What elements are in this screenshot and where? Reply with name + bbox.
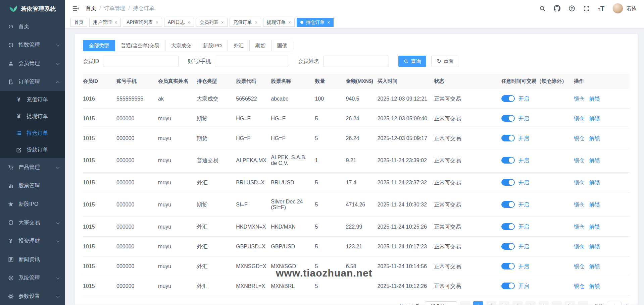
unlock-link[interactable]: 解锁	[589, 116, 600, 121]
unlock-link[interactable]: 解锁	[589, 96, 600, 102]
unlock-link[interactable]: 解锁	[589, 283, 600, 289]
sidebar-item[interactable]: 大宗交易	[0, 213, 65, 232]
table-row: 1015000000muyu外汇MXNBRL=XMXN/BRL52025-11-…	[83, 276, 630, 296]
lock-link[interactable]: 锁仓	[574, 158, 585, 163]
lock-link[interactable]: 锁仓	[574, 116, 585, 121]
sidebar-item[interactable]: ¥充值订单	[0, 91, 65, 108]
sidebar-item[interactable]: 股票管理	[0, 177, 65, 195]
sidebar-item[interactable]: 指数管理	[0, 36, 65, 54]
lock-link[interactable]: 锁仓	[574, 224, 585, 230]
help-icon[interactable]: ?	[568, 5, 575, 12]
lock-link[interactable]: 锁仓	[574, 135, 585, 141]
search-button[interactable]: 查询	[398, 56, 426, 67]
sidebar-item[interactable]: ¥提现订单	[0, 108, 65, 125]
sidebar-item[interactable]: 首页	[0, 17, 65, 36]
toggle-switch[interactable]	[501, 243, 515, 250]
unlock-link[interactable]: 解锁	[589, 158, 600, 163]
search-icon[interactable]	[539, 5, 546, 12]
github-icon[interactable]	[554, 5, 560, 12]
toggle-switch[interactable]	[501, 95, 515, 102]
unlock-link[interactable]: 解锁	[589, 202, 600, 207]
lock-link[interactable]: 锁仓	[574, 283, 585, 289]
toggle-switch[interactable]	[501, 179, 515, 186]
page-size-select[interactable]: 10条/页	[425, 301, 457, 305]
sidebar-item[interactable]: 会员管理	[0, 54, 65, 73]
close-icon[interactable]: ×	[188, 20, 190, 25]
column-header: 操作	[574, 74, 630, 89]
prev-page-button[interactable]: ‹	[460, 301, 470, 305]
lock-link[interactable]: 锁仓	[574, 263, 585, 269]
close-icon[interactable]: ×	[156, 20, 158, 25]
type-filter-tab[interactable]: 全部类型	[83, 40, 115, 51]
unlock-link[interactable]: 解锁	[589, 244, 600, 249]
cell-amount: 9.21	[346, 148, 377, 173]
tab-item[interactable]: 用户管理×	[89, 18, 121, 27]
sidebar-item[interactable]: 系统管理	[0, 269, 65, 287]
type-filter-tab[interactable]: 期货	[249, 40, 271, 51]
toggle-switch[interactable]	[501, 157, 515, 164]
toggle-switch[interactable]	[501, 115, 515, 122]
unlock-link[interactable]: 解锁	[589, 135, 600, 141]
close-icon[interactable]: ×	[255, 20, 257, 25]
close-icon[interactable]: ×	[221, 20, 224, 25]
ellipsis[interactable]: ···	[552, 301, 562, 305]
breadcrumb-item-home[interactable]: 首页	[86, 5, 96, 12]
page-button[interactable]: 3	[499, 301, 509, 305]
toggle-switch[interactable]	[501, 283, 515, 289]
lock-link[interactable]: 锁仓	[574, 180, 585, 185]
avatar[interactable]	[612, 3, 623, 14]
page-button[interactable]: 5	[526, 301, 536, 305]
sidebar-item[interactable]: 参数设置	[0, 287, 65, 305]
close-icon[interactable]: ×	[288, 20, 291, 25]
lock-link[interactable]: 锁仓	[574, 96, 585, 102]
breadcrumb-item-orders[interactable]: 订单管理	[104, 5, 125, 12]
page-button[interactable]: 1	[473, 301, 483, 305]
unlock-link[interactable]: 解锁	[589, 263, 600, 269]
type-filter-tab[interactable]: 普通(含空单)交易	[115, 40, 165, 51]
reset-button[interactable]: ↻ 重置	[431, 56, 459, 67]
goto-page-input[interactable]	[607, 302, 622, 305]
sidebar-item[interactable]: 贷款订单	[0, 141, 65, 158]
sidebar-toggle-icon[interactable]	[72, 6, 79, 11]
cell-amount: 26.24	[346, 128, 377, 148]
type-filter-tab[interactable]: 外汇	[228, 40, 250, 51]
toggle-switch[interactable]	[501, 135, 515, 141]
type-filter-tab[interactable]: 新股IPO	[197, 40, 228, 51]
account-input[interactable]	[215, 56, 288, 67]
lock-link[interactable]: 锁仓	[574, 202, 585, 207]
page-button[interactable]: 4	[512, 301, 523, 305]
sidebar-item[interactable]: 产品管理	[0, 158, 65, 177]
tab-item[interactable]: 会员列表×	[196, 18, 228, 27]
tab-item[interactable]: API日志×	[164, 18, 194, 27]
sidebar-item[interactable]: 新闻资讯	[0, 250, 65, 269]
toggle-switch[interactable]	[501, 263, 515, 269]
unlock-link[interactable]: 解锁	[589, 180, 600, 185]
page-button[interactable]: 6	[539, 301, 549, 305]
type-filter-tab[interactable]: 大宗成交	[165, 40, 197, 51]
next-page-button[interactable]: ›	[578, 301, 588, 305]
tab-item[interactable]: 首页	[70, 18, 87, 27]
toggle-switch[interactable]	[501, 201, 515, 208]
sidebar-item[interactable]: ¥投资理财	[0, 232, 65, 250]
toggle-switch[interactable]	[501, 223, 515, 230]
unlock-link[interactable]: 解锁	[589, 224, 600, 230]
sidebar-item[interactable]: 订单管理	[0, 73, 65, 91]
type-filter-tab[interactable]: 国债	[271, 40, 293, 51]
sidebar-item[interactable]: 持仓订单	[0, 125, 65, 141]
tab-item[interactable]: API查询列表×	[123, 18, 162, 27]
member-name-input[interactable]	[323, 56, 389, 67]
member-id-input[interactable]	[103, 56, 179, 67]
close-icon[interactable]: ×	[114, 20, 117, 25]
toggle-label: 开启	[518, 180, 529, 185]
page-button[interactable]: 2	[486, 301, 496, 305]
sidebar-item[interactable]: ★新股IPO	[0, 195, 65, 213]
tab-item[interactable]: 持仓订单×	[297, 18, 334, 27]
username[interactable]: 若依	[627, 5, 637, 12]
fullscreen-icon[interactable]	[583, 5, 590, 12]
lock-link[interactable]: 锁仓	[574, 244, 585, 249]
tab-item[interactable]: 提现订单×	[263, 18, 295, 27]
close-icon[interactable]: ×	[327, 20, 330, 25]
font-size-icon[interactable]: TT	[598, 5, 604, 12]
tab-item[interactable]: 充值订单×	[230, 18, 261, 27]
page-button[interactable]: 12	[565, 301, 575, 305]
